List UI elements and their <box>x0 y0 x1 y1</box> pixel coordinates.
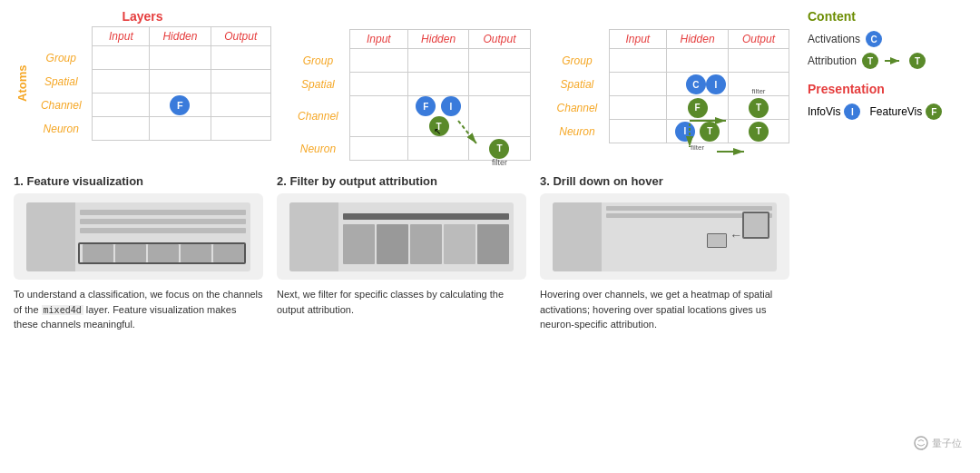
featurevis-item: FeatureVis F <box>869 103 942 120</box>
cell3-2-2: I C <box>667 73 729 96</box>
cell-2-1 <box>93 70 150 94</box>
i-badge-3a: I <box>706 74 726 94</box>
cell2-4-3: T filter <box>469 137 530 161</box>
row-channel-1: Channel <box>34 94 93 117</box>
f-badge-1: F <box>170 95 190 115</box>
t-badge-to: T <box>909 53 926 69</box>
row-channel-2: Channel <box>290 96 350 137</box>
step-3-block: 3. Drill down on hover ← Hovering ov <box>540 174 789 332</box>
cell2-2-3 <box>469 73 530 96</box>
row-spatial-1: Spatial <box>34 70 93 94</box>
col-hidden-1: Hidden <box>150 27 211 46</box>
row-channel-3: Channel <box>549 96 609 120</box>
i-badge-2: I <box>441 96 461 116</box>
cell2-2-1 <box>350 73 408 96</box>
cell-2-3 <box>211 70 271 94</box>
step-2-text: Next, we filter for specific classes by … <box>277 287 526 317</box>
grid-table-1: Input Hidden Output Group <box>34 26 271 141</box>
t-badge-from: T <box>862 53 878 69</box>
watermark-text: 量子位 <box>932 437 962 450</box>
col-hidden-3: Hidden <box>667 30 729 49</box>
cell3-4-1 <box>609 120 667 143</box>
watermark-icon <box>914 436 928 450</box>
presentation-title: Presentation <box>808 82 966 96</box>
cell2-3-3 <box>469 96 530 137</box>
cell2-2-2 <box>407 73 469 96</box>
f-badge-pres: F <box>926 103 942 120</box>
featurevis-label: FeatureVis <box>869 105 922 118</box>
step-2-block: 2. Filter by output attribution <box>277 174 526 332</box>
cell-4-3 <box>211 117 271 141</box>
t-badge-output-2: T <box>489 139 509 159</box>
row-spatial-3: Spatial <box>549 73 609 96</box>
svg-point-10 <box>915 437 927 449</box>
cell2-1-3 <box>469 49 530 73</box>
step-1-block: 1. Feature visualization <box>14 174 263 332</box>
col-hidden-2: Hidden <box>407 30 469 49</box>
col-input-2: Input <box>350 30 408 49</box>
cell-3-3 <box>211 94 271 117</box>
cell2-3-2: F I T ↖ <box>407 96 469 137</box>
cell2-1-1 <box>350 49 408 73</box>
cell2-4-1 <box>350 137 408 161</box>
cell3-1-1 <box>609 49 667 73</box>
cell-3-1 <box>93 94 150 117</box>
row-group-2: Group <box>290 49 350 73</box>
col-input-1: Input <box>93 27 150 46</box>
infovis-label: InfoVis <box>808 105 840 118</box>
grid-table-3: Input Hidden Output Group <box>549 29 789 143</box>
cell-4-2 <box>150 117 211 141</box>
row-group-1: Group <box>34 46 93 70</box>
cell-1-2 <box>150 46 211 70</box>
row-neuron-2: Neuron <box>290 137 350 161</box>
col-output-3: Output <box>728 30 789 49</box>
col-output-2: Output <box>469 30 530 49</box>
row-spatial-2: Spatial <box>290 73 350 96</box>
cell-4-1 <box>93 117 150 141</box>
t-badge-3d: T <box>749 122 769 142</box>
t-badge-3b: T <box>749 98 769 118</box>
i-badge-3b: I <box>675 122 695 142</box>
cell-2-2 <box>150 70 211 94</box>
cell2-3-1 <box>350 96 408 137</box>
layers-title-1: Layers <box>14 9 271 24</box>
col-output-1: Output <box>211 27 271 46</box>
step-3-text: Hovering over channels, we get a heatmap… <box>540 287 789 332</box>
f-badge-2: F <box>416 96 436 116</box>
cell3-3-3: T filter <box>728 96 789 120</box>
step-3-title: 3. Drill down on hover <box>540 174 789 188</box>
step-3-image: ← <box>540 193 789 280</box>
cell-1-3 <box>211 46 271 70</box>
table-section-2: Input Hidden Output Group <box>282 9 530 161</box>
row-neuron-1: Neuron <box>34 117 93 141</box>
step-2-image <box>277 193 526 280</box>
atoms-label-1: Atoms <box>14 26 31 141</box>
infovis-item: InfoVis I <box>808 103 860 120</box>
attribution-row: Attribution T T <box>808 53 966 69</box>
watermark: 量子位 <box>914 436 962 450</box>
cell3-3-2: F <box>667 96 729 120</box>
cell3-4-3: T <box>728 120 789 143</box>
activations-label: Activations <box>808 33 860 45</box>
c-badge: C <box>866 31 882 47</box>
step-1-title: 1. Feature visualization <box>14 174 263 188</box>
t-badge-3c: T <box>700 122 720 142</box>
cell3-3-1 <box>609 96 667 120</box>
presentation-row: InfoVis I FeatureVis F <box>808 103 966 120</box>
attribution-arrow-icon <box>884 54 904 67</box>
cell2-1-2 <box>407 49 469 73</box>
step-1-text: To understand a classification, we focus… <box>14 287 263 332</box>
grid-table-2: Input Hidden Output Group <box>290 29 531 161</box>
step-2-title: 2. Filter by output attribution <box>277 174 526 188</box>
step-1-image <box>14 193 263 280</box>
activations-row: Activations C <box>808 31 966 47</box>
content-title: Content <box>808 9 966 24</box>
attribution-label: Attribution <box>808 54 857 67</box>
cell-1-1 <box>93 46 150 70</box>
cell3-1-3 <box>728 49 789 73</box>
f-badge-3: F <box>688 98 708 118</box>
table-section-1: Layers Atoms Input Hidden Output <box>14 9 271 141</box>
table-section-3: Input Hidden Output Group <box>542 9 789 143</box>
cell3-4-2: I T filter <box>667 120 729 143</box>
cell3-1-2 <box>667 49 729 73</box>
